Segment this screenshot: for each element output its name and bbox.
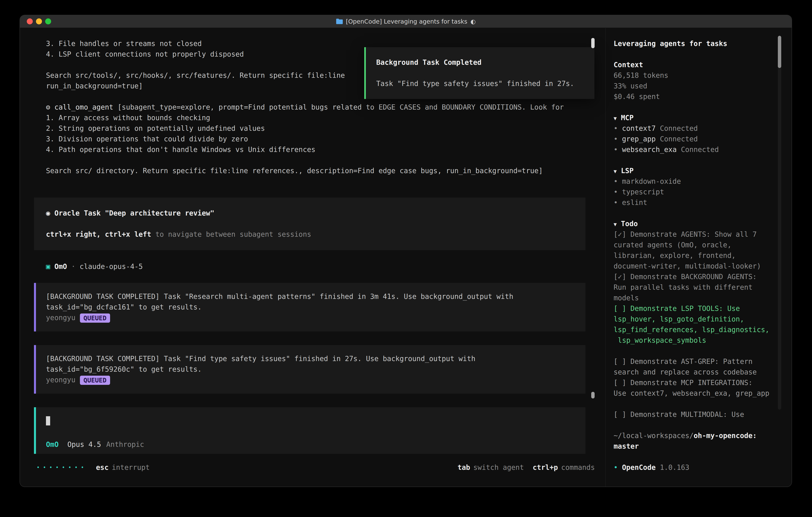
tool-call-line: 3. Division operations that could divide… [46, 134, 605, 144]
mcp-section: ▼ MCP •context7 Connected •grep_app Conn… [614, 113, 784, 155]
tab-key-hint: tabswitch agent [458, 462, 524, 473]
input-line[interactable] [46, 415, 574, 426]
session-clock-icon: ◐ [470, 18, 476, 25]
tool-call-args: [subagent_type=explore, prompt=Find pote… [117, 103, 564, 111]
sidebar: Leveraging agents for tasks Context 66,5… [605, 28, 792, 487]
terminal-main: 3. File handles or streams not closed 4.… [20, 28, 605, 487]
messages-scrollbar-thumb[interactable] [591, 392, 594, 399]
todo-item: [ ] Demonstrate AST-GREP: Pattern search… [614, 356, 784, 377]
todo-line: [ ] Demonstrate LSP TOOLS: Use [614, 303, 784, 314]
traffic-lights [27, 15, 51, 28]
shortcut-keys: ctrl+x right, ctrl+x left [46, 230, 151, 238]
spinner-dots: •••••••• [36, 462, 87, 473]
oracle-task-title: ◉ Oracle Task "Deep architecture review" [46, 208, 574, 219]
esc-key-label: interrupt [112, 462, 150, 473]
esc-key-hint: esc [96, 462, 109, 473]
context-heading: Context [614, 60, 784, 70]
window-title: [OpenCode] Leveraging agents for tasks◐ [336, 18, 476, 25]
folder-icon [336, 19, 343, 24]
mcp-section-toggle[interactable]: ▼ MCP [614, 113, 784, 123]
shortcut-hint: ctrl+x right, ctrl+x left to navigate be… [46, 229, 574, 240]
lsp-section-toggle[interactable]: ▼ LSP [614, 166, 784, 176]
input-cursor [46, 416, 50, 426]
tool-call-line: 1. Array access without bounds checking [46, 113, 605, 123]
zoom-button[interactable] [45, 19, 51, 24]
todo-item-active: [ ] Demonstrate LSP TOOLS: Use lsp_hover… [614, 303, 784, 346]
chevron-down-icon: ▼ [614, 168, 617, 174]
fisheye-icon: ◉ [46, 209, 50, 217]
input-agent-label: OmO [46, 440, 59, 448]
mcp-item: •context7 Connected [614, 123, 784, 134]
context-section: Context 66,518 tokens 33% used $0.46 spe… [614, 60, 784, 102]
context-spent: $0.46 spent [614, 91, 784, 102]
message-text-line: [BACKGROUND TASK COMPLETED] Task "Find t… [46, 353, 574, 364]
background-message: [BACKGROUND TASK COMPLETED] Task "Find t… [34, 345, 585, 393]
opencode-version: 1.0.163 [660, 463, 690, 471]
separator-dot: · [71, 263, 75, 271]
todo-line: [ ] Demonstrate MCP INTEGRATIONS: [614, 377, 784, 388]
todo-item: [ ] Demonstrate MULTIMODAL: Use [614, 409, 784, 420]
todo-line: curated agents (OmO, oracle, [614, 240, 784, 250]
bullet-icon: • [614, 176, 622, 187]
todo-line: document-writer, multimodal-looker) [614, 261, 784, 272]
close-button[interactable] [27, 19, 33, 24]
agent-name: OmO [54, 263, 67, 271]
lsp-item: •eslint [614, 197, 784, 208]
todo-line: librarian, explore, frontend, [614, 250, 784, 261]
message-author: yeongyu [46, 376, 76, 384]
sidebar-scrollbar-track[interactable] [778, 36, 781, 410]
opencode-window: [OpenCode] Leveraging agents for tasks◐ … [20, 15, 792, 487]
todo-line: Use context7, websearch_exa, grep_app [614, 388, 784, 399]
workspace-branch: master [614, 441, 784, 452]
message-text-line: [BACKGROUND TASK COMPLETED] Task "Resear… [46, 291, 574, 302]
agent-session-header: ▣ OmO · claude-opus-4-5 [46, 261, 605, 272]
todo-item: [✓] Demonstrate AGENTS: Show all 7 curat… [614, 229, 784, 272]
minimize-button[interactable] [36, 19, 42, 24]
todo-item: [ ] Demonstrate MCP INTEGRATIONS: Use co… [614, 377, 784, 399]
tool-call-line: 4. Path operations that don't handle Win… [46, 144, 605, 155]
input-model-row: OmOOpus 4.5Anthropic [46, 439, 574, 450]
bullet-icon: • [614, 187, 622, 197]
todo-line: [ ] Demonstrate AST-GREP: Pattern [614, 356, 784, 367]
chat-input-panel[interactable]: OmOOpus 4.5Anthropic [34, 407, 585, 454]
todo-section-toggle[interactable]: ▼ Todo [614, 219, 784, 229]
oracle-task-panel[interactable]: ◉ Oracle Task "Deep architecture review"… [34, 197, 585, 250]
workspace-info: ~/local-workspaces/oh-my-opencode: maste… [614, 430, 784, 452]
ctrlp-key-hint: ctrl+pcommands [533, 462, 595, 473]
todo-line: Run parallel tasks with different [614, 282, 784, 293]
opencode-name: OpenCode [622, 463, 656, 471]
agent-square-icon: ▣ [46, 263, 50, 271]
main-scrollbar-thumb[interactable] [591, 38, 594, 48]
bullet-icon: • [614, 123, 622, 134]
chevron-down-icon: ▼ [614, 115, 617, 121]
message-author: yeongyu [46, 314, 76, 322]
agent-model: claude-opus-4-5 [80, 263, 143, 271]
input-model-label: Opus 4.5 [67, 440, 101, 448]
mcp-item: •grep_app Connected [614, 134, 784, 144]
queued-badge: QUEUED [80, 314, 110, 323]
chevron-down-icon: ▼ [614, 221, 617, 227]
background-message: [BACKGROUND TASK COMPLETED] Task "Resear… [34, 283, 585, 331]
context-used: 33% used [614, 81, 784, 91]
sidebar-scrollbar-thumb[interactable] [778, 36, 781, 68]
tool-call-header: ⚙ call_omo_agent [subagent_type=explore,… [46, 102, 605, 113]
lsp-item: •typescript [614, 187, 784, 197]
bullet-icon: • [614, 197, 622, 208]
todo-line: lsp_find_references, lsp_diagnostics, [614, 324, 784, 335]
todo-item: [✓] Demonstrate BACKGROUND AGENTS: Run p… [614, 272, 784, 303]
status-bar: •••••••• esc interrupt tabswitch agent c… [20, 462, 605, 473]
todo-line: [✓] Demonstrate AGENTS: Show all 7 [614, 229, 784, 240]
input-provider-label: Anthropic [106, 440, 144, 448]
todo-line: [✓] Demonstrate BACKGROUND AGENTS: [614, 272, 784, 282]
todo-line: lsp_hover, lsp_goto_definition, [614, 314, 784, 324]
opencode-version-row: •OpenCode 1.0.163 [614, 462, 784, 473]
todo-section: ▼ Todo [✓] Demonstrate AGENTS: Show all … [614, 219, 784, 420]
titlebar[interactable]: [OpenCode] Leveraging agents for tasks◐ [20, 15, 792, 28]
todo-line: models [614, 293, 784, 303]
bullet-icon: • [614, 462, 622, 473]
context-tokens: 66,518 tokens [614, 70, 784, 81]
tool-call-footer: Search src/ directory. Return specific f… [46, 166, 605, 176]
notification-title: Background Task Completed [376, 57, 583, 68]
message-meta: yeongyuQUEUED [46, 375, 574, 385]
message-text-line: task_id="bg_6f59260c" to get results. [46, 364, 574, 375]
